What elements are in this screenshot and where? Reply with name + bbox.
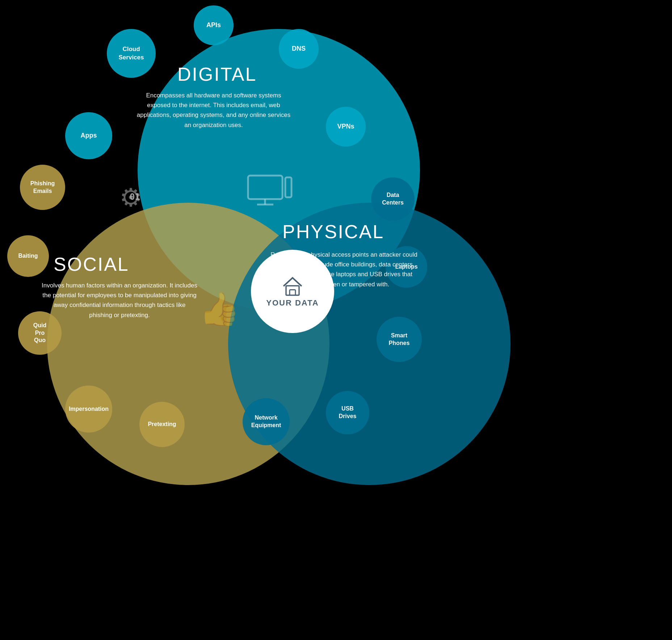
satellite-impersonation: Impersonation [65, 386, 112, 433]
satellite-data-centers: DataCenters [371, 177, 415, 221]
digital-description: Encompasses all hardware and software sy… [134, 90, 293, 130]
monitor-icon [246, 174, 293, 211]
social-description: Involves human factors within an organiz… [42, 281, 197, 320]
svg-rect-3 [285, 177, 291, 197]
digital-title: DIGITAL [177, 63, 257, 85]
gear-icon: ⚙ 01 [119, 177, 156, 215]
satellite-dns: DNS [279, 29, 319, 69]
satellite-usb-label: USBDrives [339, 405, 357, 420]
satellite-dc-label: DataCenters [382, 191, 404, 207]
svg-rect-8 [290, 290, 295, 295]
physical-title: PHYSICAL [282, 221, 384, 243]
svg-rect-7 [286, 286, 299, 295]
satellite-baiting-label: Baiting [18, 252, 38, 260]
satellite-smartphones: SmartPhones [377, 317, 422, 362]
center-data-circle: YOUR DATA [251, 250, 334, 333]
satellite-impersonation-label: Impersonation [69, 405, 109, 413]
satellite-cloud-label: CloudServices [119, 45, 144, 61]
satellite-apps-label: Apps [81, 131, 97, 140]
satellite-smartphones-label: SmartPhones [389, 332, 410, 347]
satellite-qpq-label: QuidProQuo [33, 322, 46, 344]
satellite-vpns: VPNs [326, 107, 366, 147]
satellite-network-equipment: NetworkEquipment [243, 398, 290, 445]
svg-text:👍: 👍 [199, 290, 239, 326]
satellite-pretexting: Pretexting [139, 402, 185, 447]
satellite-pretexting-label: Pretexting [148, 421, 176, 428]
satellite-vpns-label: VPNs [337, 122, 354, 131]
satellite-baiting: Baiting [7, 235, 49, 277]
svg-text:01: 01 [130, 192, 140, 202]
satellite-phishing-label: PhishingEmails [30, 180, 55, 195]
your-data-label: YOUR DATA [266, 298, 319, 308]
house-icon [282, 275, 303, 297]
satellite-apps: Apps [65, 112, 112, 159]
satellite-apis-label: APIs [206, 21, 221, 29]
social-title: SOCIAL [54, 253, 129, 275]
svg-rect-2 [248, 176, 282, 199]
satellite-network-label: NetworkEquipment [251, 414, 281, 429]
thumbsup-icon: 👍 [199, 286, 239, 327]
satellite-dns-label: DNS [292, 45, 306, 53]
satellite-usb-drives: USBDrives [326, 391, 369, 434]
satellite-phishing: PhishingEmails [20, 165, 65, 210]
satellite-cloud-services: CloudServices [107, 29, 156, 78]
satellite-apis: APIs [194, 5, 234, 45]
